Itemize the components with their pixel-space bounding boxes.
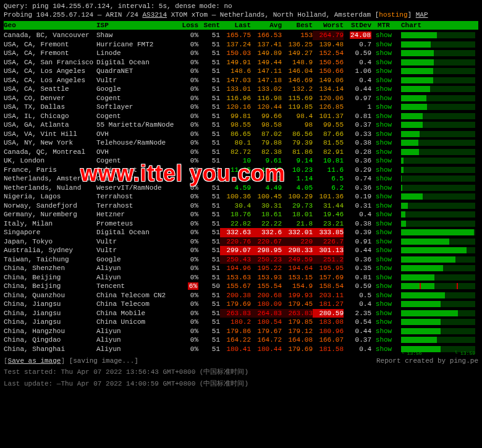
cell-worst: 333.85 — [313, 228, 344, 237]
mtr-show-link[interactable]: show — [371, 138, 396, 148]
mtr-show-link[interactable]: show — [371, 291, 396, 300]
table-row: USA, CA, SeattleGoogle0%51133.01133.0213… — [4, 85, 478, 94]
header-geo: Geo — [4, 21, 96, 30]
mtr-show-link[interactable]: show — [371, 336, 396, 345]
mtr-show-link[interactable]: show — [371, 58, 396, 67]
cell-worst: 158.54 — [313, 282, 344, 291]
cell-sent: 51 — [198, 148, 220, 157]
mtr-show-link[interactable]: show — [371, 85, 396, 94]
cell-worst: 87.66 — [313, 130, 344, 139]
mtr-show-link[interactable]: show — [371, 166, 396, 175]
mtr-show-link[interactable]: show — [371, 67, 396, 76]
cell-sent: 51 — [198, 94, 220, 103]
mtr-show-link[interactable]: show — [371, 327, 396, 336]
cell-best: 164.08 — [282, 336, 313, 345]
cell-worst: 101.36 — [313, 192, 344, 201]
cell-sent: 51 — [198, 345, 220, 354]
mtr-show-link[interactable]: show — [371, 94, 396, 103]
cell-worst: 203.11 — [313, 291, 344, 300]
cell-loss: 0% — [177, 138, 198, 148]
mtr-show-link[interactable]: show — [371, 76, 396, 85]
chart-bar — [401, 203, 475, 209]
cell-last: 149.91 — [220, 58, 251, 67]
mtr-show-link[interactable]: show — [371, 174, 396, 184]
mtr-show-link[interactable]: show — [371, 156, 396, 166]
mtr-show-link[interactable]: show — [371, 130, 396, 139]
cell-stdev: 0.35 — [344, 264, 371, 273]
mtr-show-link[interactable]: show — [371, 184, 396, 193]
mtr-show-link[interactable]: show — [371, 112, 396, 121]
map-link[interactable]: MAP — [416, 11, 428, 19]
header-worst: Worst — [313, 21, 344, 30]
mtr-show-link[interactable]: show — [371, 255, 396, 264]
cell-isp: OVH — [96, 148, 177, 157]
mtr-show-link[interactable]: show — [371, 318, 396, 327]
cell-chart — [396, 31, 476, 40]
cell-best: 179.69 — [282, 345, 313, 354]
cell-worst: 6.5 — [313, 174, 344, 184]
cell-stdev: 1 — [344, 103, 371, 112]
cell-worst: 11.6 — [313, 166, 344, 175]
cell-loss: 0% — [177, 327, 198, 336]
mtr-show-link[interactable]: show — [371, 264, 396, 273]
mtr-show-link[interactable]: show — [371, 210, 396, 219]
cell-isp: QuadraNET — [96, 67, 177, 76]
cell-last: 165.75 — [220, 31, 251, 40]
cell-stdev: 0.19 — [344, 192, 371, 201]
cell-chart — [396, 264, 476, 273]
mtr-show-link[interactable]: show — [371, 300, 396, 309]
probe-as-link[interactable]: AS3214 — [142, 11, 167, 19]
cell-worst: 152.54 — [313, 49, 344, 58]
mtr-show-link[interactable]: show — [371, 40, 396, 49]
mtr-show-link[interactable]: show — [371, 31, 396, 40]
save-as-image-link[interactable]: Save as image — [8, 357, 61, 365]
cell-geo: China, Hangzhou — [4, 327, 96, 336]
mtr-show-link[interactable]: show — [371, 49, 396, 58]
mtr-show-link[interactable]: show — [371, 345, 396, 354]
cell-loss: 0% — [177, 184, 198, 193]
cell-chart — [396, 246, 476, 255]
table-row: Canada, BC, VancouverShaw0%51165.75166.5… — [4, 31, 478, 40]
mtr-show-link[interactable]: show — [371, 309, 396, 318]
mtr-show-link[interactable]: show — [371, 148, 396, 157]
cell-worst: 166.07 — [313, 336, 344, 345]
cell-chart — [396, 138, 476, 148]
table-row: USA, CA, Los AngelesVultr0%51147.03147.1… — [4, 76, 478, 85]
mtr-show-link[interactable]: show — [371, 219, 396, 229]
chart-bar — [401, 265, 475, 271]
mtr-show-link[interactable]: show — [371, 237, 396, 247]
cell-chart — [396, 49, 476, 58]
cell-sent: 51 — [198, 291, 220, 300]
cell-best: 81.86 — [282, 148, 313, 157]
header-avg: Avg — [251, 21, 282, 30]
chart-bar — [401, 283, 475, 289]
mtr-show-link[interactable]: show — [371, 246, 396, 255]
cell-loss: 0% — [177, 264, 198, 273]
cell-last: 98.55 — [220, 120, 251, 130]
mtr-show-link[interactable]: show — [371, 228, 396, 237]
cell-best: 148.9 — [282, 58, 313, 67]
mtr-show-link[interactable]: show — [371, 273, 396, 282]
mtr-show-link[interactable]: show — [371, 282, 396, 291]
cell-stdev: 0.4 — [344, 300, 371, 309]
cell-last: 4.59 — [220, 184, 251, 193]
cell-stdev: 0.59 — [344, 49, 371, 58]
cell-geo: China, Jiangsu — [4, 309, 96, 318]
test-started-line: Test started: Thu Apr 07 2022 13:56:43 G… — [4, 367, 478, 376]
cell-best: 86.56 — [282, 130, 313, 139]
cell-isp: Aliyun — [96, 336, 177, 345]
cell-avg: 18.61 — [251, 210, 282, 219]
mtr-show-link[interactable]: show — [371, 103, 396, 112]
table-row: Nigeria, LagosTerrahost0%51100.36100.451… — [4, 192, 478, 201]
table-row: USA, IL, ChicagoCogent0%5199.8199.6698.4… — [4, 112, 478, 121]
cell-stdev: 0.4 — [344, 76, 371, 85]
cell-loss: 0% — [177, 237, 198, 247]
mtr-show-link[interactable]: show — [371, 120, 396, 130]
mtr-show-link[interactable]: show — [371, 201, 396, 211]
cell-geo: USA, CA, Los Angeles — [4, 76, 96, 85]
cell-last: 179.69 — [220, 300, 251, 309]
cell-loss: 0% — [177, 94, 198, 103]
cell-geo: Singapore — [4, 228, 96, 237]
mtr-show-link[interactable]: show — [371, 192, 396, 201]
cell-last: 80.1 — [220, 138, 251, 148]
